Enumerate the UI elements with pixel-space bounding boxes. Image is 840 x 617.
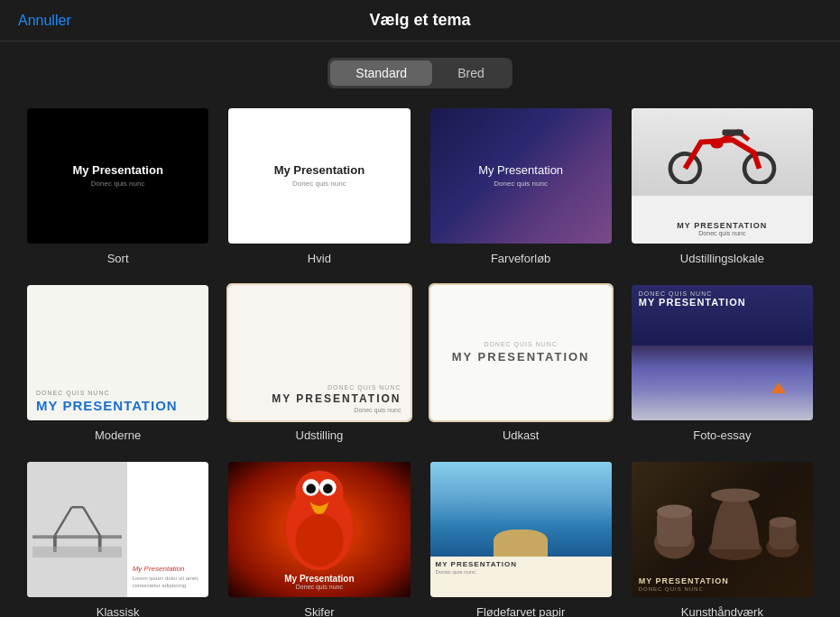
theme-moderne[interactable]: DONEC QUIS NUNC MY PRESENTATION Moderne [25,283,210,442]
klassisk-label: Klassisk [97,605,140,617]
theme-thumb-sort: My Presentation Donec quis nunc [25,106,210,245]
klassisk-image-area [27,462,127,597]
sort-label: Sort [107,252,129,265]
theme-thumb-farve: My Presentation Donec quis nunc [429,106,614,245]
tab-bred[interactable]: Bred [432,60,510,86]
motorcycle-icon [659,121,786,184]
moderne-title: MY PRESENTATION [36,398,178,413]
skifer-sub: Donec quis nunc [296,584,343,590]
hvid-title: My Presentation [274,163,365,177]
theme-fotoessay[interactable]: DONEC QUIS NUNC MY PRESENTATION Foto-ess… [630,283,815,442]
svg-line-5 [54,507,71,535]
udstilling-title: MY PRESENTATION [272,392,401,405]
mountain-bg [632,345,813,419]
sort-sub: Donec quis nunc [91,180,145,188]
theme-thumb-floede: MY PRESENTATION Donec quis nunc [429,460,614,599]
skifer-title: My Presentation [284,574,354,584]
svg-rect-3 [722,129,743,135]
fotoessay-title: MY PRESENTATION [639,297,746,308]
udstilling-label: Udstilling [296,428,344,442]
theme-skifer[interactable]: My Presentation Donec quis nunc Skifer [226,460,411,617]
tab-standard[interactable]: Standard [330,60,432,86]
floede-sub: Donec quis nunc [430,569,612,575]
udkast-sub: DONEC QUIS NUNC [484,341,558,347]
svg-point-0 [670,153,700,183]
themes-grid: My Presentation Donec quis nunc Sort My … [0,97,840,617]
theme-udkast[interactable]: DONEC QUIS NUNC MY PRESENTATION Udkast [429,283,614,442]
ceramics-icon [636,468,808,563]
kunst-title: MY PRESENTATION [639,576,729,585]
svg-point-2 [710,140,723,148]
theme-thumb-fotoessay: DONEC QUIS NUNC MY PRESENTATION [630,283,815,422]
theme-thumb-skifer: My Presentation Donec quis nunc [226,460,411,599]
hvid-sub: Donec quis nunc [292,180,346,188]
svg-point-15 [306,484,316,494]
skifer-label: Skifer [304,605,334,617]
parrot-icon [255,468,383,576]
svg-point-20 [657,505,692,519]
udstilling-sub: DONEC QUIS NUNC [328,384,402,391]
tabs-container: Standard Bred [0,58,840,88]
svg-point-17 [295,514,343,567]
theme-kunst[interactable]: MY PRESENTATION DONEC QUIS NUNC Kunsthån… [630,460,815,617]
bridge-icon [32,502,123,557]
farve-title: My Presentation [478,163,563,177]
farve-label: Farveforløb [491,252,550,265]
page-title: Vælg et tema [369,11,470,30]
theme-floede[interactable]: MY PRESENTATION Donec quis nunc Flødefar… [429,460,614,617]
floede-label: Flødefarvet papir [476,605,565,617]
floede-title: MY PRESENTATION [430,557,612,569]
theme-hvid[interactable]: My Presentation Donec quis nunc Hvid [226,106,411,265]
udstlokale-title: MY PRESENTATION [677,221,767,230]
hvid-label: Hvid [308,252,331,265]
kunst-sub: DONEC QUIS NUNC [639,586,704,592]
udstilling-name: Donec quis nunc [354,407,401,413]
moderne-label: Moderne [95,428,141,442]
udkast-label: Udkast [503,428,539,442]
svg-point-16 [323,484,333,494]
moderne-sub: DONEC QUIS NUNC [36,390,110,396]
theme-sort[interactable]: My Presentation Donec quis nunc Sort [25,106,210,265]
coast-image [430,462,612,557]
theme-thumb-moderne: DONEC QUIS NUNC MY PRESENTATION [25,283,210,422]
theme-farveforlob[interactable]: My Presentation Donec quis nunc Farvefor… [429,106,614,265]
svg-rect-10 [32,547,123,557]
klassisk-title: My Presentation [133,565,204,573]
theme-thumb-kunst: MY PRESENTATION DONEC QUIS NUNC [630,460,815,599]
theme-thumb-udstilling: DONEC QUIS NUNC MY PRESENTATION Donec qu… [226,283,411,422]
udkast-title: MY PRESENTATION [452,350,590,364]
coast-rock [494,530,548,557]
theme-udstillingslokale[interactable]: MY PRESENTATION Donec quis nunc Udstilli… [630,106,815,265]
theme-thumb-udstlokale: MY PRESENTATION Donec quis nunc [630,106,815,245]
svg-rect-4 [32,535,123,539]
svg-point-22 [711,489,760,502]
cancel-button[interactable]: Annuller [18,13,71,29]
klassisk-sub: Lorem ipsum dolor sit amet, consectetur … [133,575,204,590]
fotoessay-sub: DONEC QUIS NUNC [639,290,713,297]
tabs-wrapper: Standard Bred [328,58,512,88]
kunst-label: Kunsthåndværk [681,605,763,617]
udstlokale-sub: Donec quis nunc [698,230,745,236]
sort-title: My Presentation [72,163,162,177]
header: Annuller Vælg et tema [0,0,840,41]
theme-thumb-klassisk: My Presentation Lorem ipsum dolor sit am… [25,460,210,599]
svg-line-6 [83,507,100,535]
theme-klassisk[interactable]: My Presentation Lorem ipsum dolor sit am… [25,460,210,617]
theme-udstilling[interactable]: DONEC QUIS NUNC MY PRESENTATION Donec qu… [226,283,411,442]
udstlokale-label: Udstillingslokale [680,252,764,265]
farve-sub: Donec quis nunc [494,180,548,188]
moto-area [632,108,813,196]
fotoessay-label: Foto-essay [693,428,751,442]
theme-thumb-hvid: My Presentation Donec quis nunc [226,106,411,245]
svg-point-25 [770,517,797,528]
klassisk-text-area: My Presentation Lorem ipsum dolor sit am… [127,462,209,597]
theme-thumb-udkast: DONEC QUIS NUNC MY PRESENTATION [429,283,614,422]
